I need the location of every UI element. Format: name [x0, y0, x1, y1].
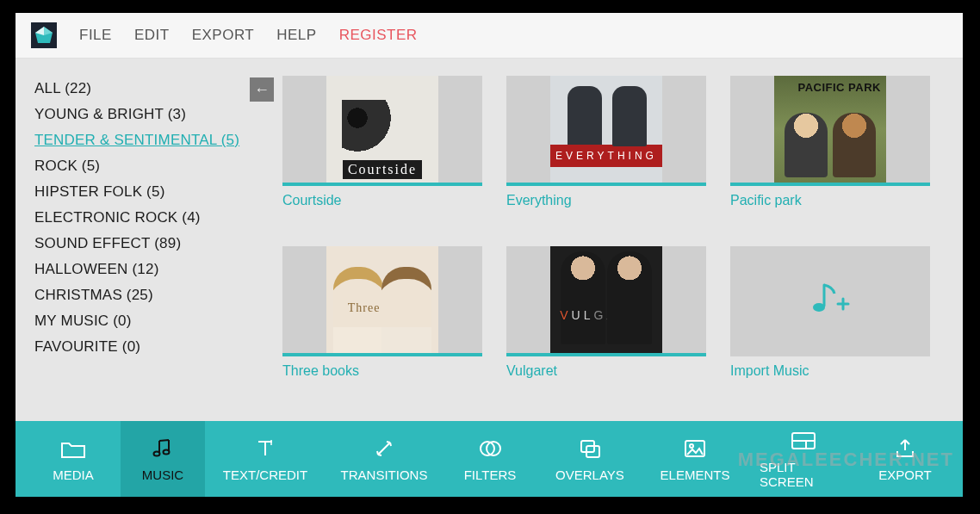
category-hipster-folk[interactable]: HIPSTER FOLK (5): [34, 179, 274, 205]
svg-point-5: [164, 449, 170, 454]
card-title: Courtside: [282, 193, 482, 208]
music-plus-icon: [807, 276, 853, 326]
card-title: Everything: [506, 193, 706, 208]
tab-overlays[interactable]: OVERLAYS: [537, 421, 642, 497]
collapse-sidebar-button[interactable]: ←: [250, 77, 274, 102]
menu-export[interactable]: EXPORT: [192, 27, 255, 44]
import-music-card[interactable]: Import Music: [730, 246, 930, 401]
tab-label: TRANSITIONS: [341, 468, 428, 482]
text-icon: [254, 437, 276, 461]
menu-help[interactable]: HELP: [276, 27, 316, 44]
transitions-icon: [373, 437, 395, 461]
svg-point-11: [690, 444, 693, 448]
category-my-music[interactable]: MY MUSIC (0): [34, 308, 274, 334]
menubar: FILE EDIT EXPORT HELP REGISTER: [16, 13, 963, 59]
music-icon: [152, 437, 174, 461]
app-window: FILE EDIT EXPORT HELP REGISTER ← ALL (22…: [16, 13, 963, 497]
tab-export[interactable]: EXPORT: [859, 421, 951, 497]
music-card-courtside[interactable]: Courtside Courtside: [282, 76, 482, 231]
svg-point-3: [813, 303, 825, 312]
category-halloween[interactable]: HALLOWEEN (12): [34, 257, 274, 282]
tab-music[interactable]: MUSIC: [121, 421, 205, 497]
album-art-title: PACIFIC PARK: [797, 81, 881, 94]
export-icon: [894, 437, 916, 461]
music-card-everything[interactable]: EVERYTHING Everything: [506, 76, 706, 231]
tab-media[interactable]: MEDIA: [26, 421, 121, 497]
overlays-icon: [578, 437, 602, 461]
app-logo-icon: [31, 22, 57, 48]
card-title: Pacific park: [730, 193, 930, 208]
music-card-three-books[interactable]: Three books Three books: [282, 246, 482, 401]
category-sidebar: ← ALL (22) YOUNG & BRIGHT (3) TENDER & S…: [34, 76, 274, 406]
tab-label: EXPORT: [878, 468, 931, 482]
menu-file[interactable]: FILE: [79, 27, 112, 44]
thumbnail: [730, 246, 930, 356]
tab-label: FILTERS: [464, 468, 517, 482]
tab-text-credit[interactable]: TEXT/CREDIT: [205, 421, 326, 497]
svg-point-4: [154, 451, 160, 455]
category-young-bright[interactable]: YOUNG & BRIGHT (3): [34, 102, 274, 127]
tab-elements[interactable]: ELEMENTS: [642, 421, 747, 497]
category-tender-sentimental[interactable]: TENDER & SENTIMENTAL (5): [34, 127, 274, 153]
thumbnail: PACIFIC PARK: [730, 76, 930, 186]
tab-label: TEXT/CREDIT: [223, 468, 307, 482]
split-screen-icon: [791, 429, 816, 453]
thumbnail: Courtside: [282, 76, 482, 186]
category-christmas[interactable]: CHRISTMAS (25): [34, 282, 274, 308]
menu-edit[interactable]: EDIT: [134, 27, 170, 44]
thumbnail: VULGARET: [506, 246, 706, 356]
album-art: EVERYTHING: [550, 76, 662, 183]
music-card-vulgaret[interactable]: VULGARET Vulgaret: [506, 246, 706, 401]
music-card-pacific-park[interactable]: PACIFIC PARK Pacific park: [730, 76, 930, 231]
tab-label: ELEMENTS: [661, 468, 730, 482]
card-title: Three books: [282, 363, 482, 379]
bottom-tab-bar: MEDIA MUSIC TEXT/CREDIT TRANSITIONS FILT: [16, 421, 963, 497]
album-art: Courtside: [326, 76, 438, 183]
category-rock[interactable]: ROCK (5): [34, 153, 274, 179]
album-art: Three books: [326, 246, 438, 353]
category-sound-effect[interactable]: SOUND EFFECT (89): [34, 231, 274, 257]
filters-icon: [478, 437, 502, 461]
thumbnail: Three books: [282, 246, 482, 356]
menu-register[interactable]: REGISTER: [339, 27, 418, 44]
tab-split-screen[interactable]: SPLIT SCREEN: [747, 421, 859, 497]
album-art-title: EVERYTHING: [550, 145, 662, 167]
category-all[interactable]: ALL (22): [34, 76, 274, 102]
tab-label: MUSIC: [142, 468, 183, 482]
category-electronic-rock[interactable]: ELECTRONIC ROCK (4): [34, 205, 274, 231]
category-favourite[interactable]: FAVOURITE (0): [34, 334, 274, 360]
album-art: VULGARET: [550, 246, 662, 353]
card-title: Vulgaret: [506, 363, 706, 379]
tab-label: MEDIA: [53, 468, 94, 482]
arrow-left-icon: ←: [254, 81, 270, 99]
import-placeholder: [730, 246, 930, 356]
music-grid: Courtside Courtside EVERYTHING Everythin…: [282, 76, 944, 406]
album-art: PACIFIC PARK: [774, 76, 886, 183]
tab-label: SPLIT SCREEN: [760, 460, 847, 489]
thumbnail: EVERYTHING: [506, 76, 706, 186]
album-art-title: Three books: [326, 301, 438, 315]
tab-filters[interactable]: FILTERS: [443, 421, 537, 497]
album-art-title: VULGARET: [550, 308, 662, 322]
card-title: Import Music: [730, 363, 930, 379]
folder-icon: [60, 437, 86, 461]
tab-label: OVERLAYS: [555, 468, 624, 482]
elements-icon: [683, 437, 707, 461]
album-art-title: Courtside: [343, 160, 422, 179]
workspace: ← ALL (22) YOUNG & BRIGHT (3) TENDER & S…: [16, 59, 963, 421]
tab-transitions[interactable]: TRANSITIONS: [326, 421, 443, 497]
